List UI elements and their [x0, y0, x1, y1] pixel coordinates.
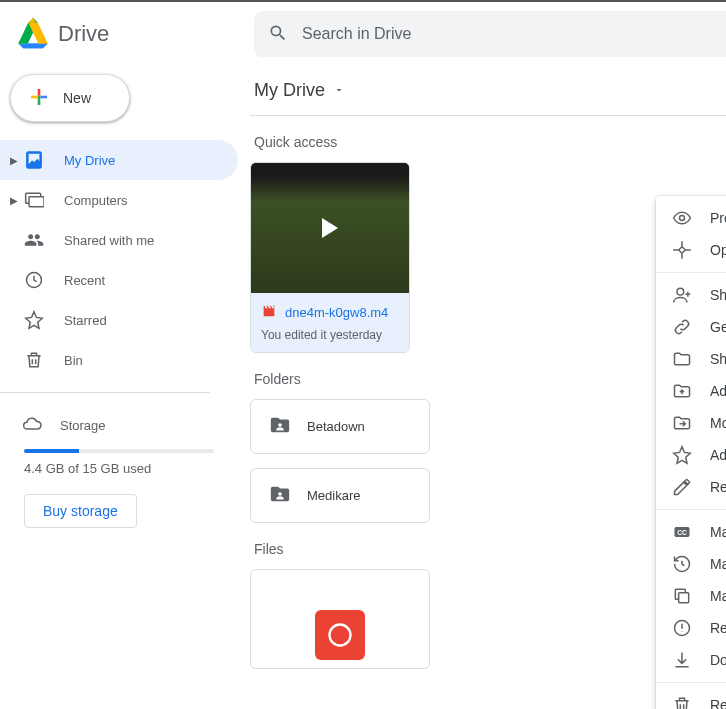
- report-icon: [672, 618, 692, 638]
- computers-icon: [22, 190, 46, 210]
- folder-item[interactable]: Betadown: [250, 399, 430, 454]
- menu-item-label: Rename: [710, 479, 726, 495]
- cc-icon: CC: [672, 522, 692, 542]
- menu-item-label: Add to Starred: [710, 447, 726, 463]
- nav: ▶ My Drive ▶ Computers Shared with me: [0, 140, 238, 380]
- new-button-label: New: [63, 90, 91, 106]
- dropdown-icon: [333, 80, 345, 101]
- menu-item-manage-caption-tracks[interactable]: CCManage caption tracks: [656, 516, 726, 548]
- menu-item-label: Download: [710, 652, 726, 668]
- svg-point-3: [278, 423, 282, 427]
- svg-point-5: [330, 625, 351, 646]
- svg-text:CC: CC: [677, 529, 687, 536]
- menu-item-open-with[interactable]: Open with: [656, 234, 726, 266]
- star-icon: [672, 445, 692, 465]
- sidebar: New ▶ My Drive ▶ Computers: [0, 66, 238, 669]
- menu-item-label: Share: [710, 287, 726, 303]
- menu-item-label: Report abuse: [710, 620, 726, 636]
- menu-item-label: Get link: [710, 319, 726, 335]
- shortcut-icon: [672, 381, 692, 401]
- menu-item-label: Move to: [710, 415, 726, 431]
- nav-label: Shared with me: [64, 233, 154, 248]
- sidebar-item-computers[interactable]: ▶ Computers: [0, 180, 238, 220]
- menu-item-remove[interactable]: Remove: [656, 689, 726, 709]
- video-file-icon: [261, 303, 277, 322]
- context-menu: PreviewOpen withShareGet linkShow file l…: [656, 196, 726, 709]
- storage-used-text: 4.4 GB of 15 GB used: [24, 461, 238, 476]
- svg-rect-11: [679, 593, 689, 603]
- trash-icon: [22, 350, 46, 370]
- nav-label: Starred: [64, 313, 107, 328]
- sidebar-item-recent[interactable]: Recent: [0, 260, 238, 300]
- menu-item-download[interactable]: Download: [656, 644, 726, 676]
- download-icon: [672, 650, 692, 670]
- sidebar-item-starred[interactable]: Starred: [0, 300, 238, 340]
- caret-right-icon: ▶: [10, 195, 22, 206]
- cloud-icon: [22, 414, 42, 437]
- svg-point-4: [278, 492, 282, 496]
- logo-area[interactable]: Drive: [16, 16, 254, 53]
- file-card[interactable]: [250, 569, 430, 669]
- svg-rect-1: [29, 197, 44, 207]
- nav-label: My Drive: [64, 153, 115, 168]
- divider: [0, 392, 210, 393]
- personadd-icon: [672, 285, 692, 305]
- folder-name: Medikare: [307, 488, 360, 503]
- location-breadcrumb[interactable]: My Drive: [250, 76, 726, 116]
- menu-item-label: Manage versions: [710, 556, 726, 572]
- folder-shared-icon: [269, 483, 291, 508]
- menu-item-move-to[interactable]: Move to: [656, 407, 726, 439]
- search-icon: [268, 23, 288, 46]
- menu-item-label: Add a shortcut to Drive: [710, 383, 726, 399]
- sidebar-item-bin[interactable]: Bin: [0, 340, 238, 380]
- svg-point-7: [677, 288, 684, 295]
- play-icon: [322, 218, 338, 238]
- quick-access-card[interactable]: dne4m-k0gw8.m4 You edited it yesterday: [250, 162, 410, 353]
- quick-file-subtitle: You edited it yesterday: [261, 328, 399, 342]
- eye-icon: [672, 208, 692, 228]
- menu-item-add-a-shortcut-to-drive[interactable]: Add a shortcut to Drive: [656, 375, 726, 407]
- nav-label: Bin: [64, 353, 83, 368]
- folder-name: Betadown: [307, 419, 365, 434]
- sidebar-item-my-drive[interactable]: ▶ My Drive: [0, 140, 238, 180]
- menu-item-get-link[interactable]: Get link: [656, 311, 726, 343]
- folder-shared-icon: [269, 414, 291, 439]
- menu-item-share[interactable]: Share: [656, 279, 726, 311]
- menu-item-report-abuse[interactable]: Report abuse: [656, 612, 726, 644]
- new-button[interactable]: New: [10, 74, 130, 122]
- plus-icon: [27, 85, 51, 112]
- menu-item-add-to-starred[interactable]: Add to Starred: [656, 439, 726, 471]
- menu-item-show-file-location[interactable]: Show file location: [656, 343, 726, 375]
- menu-item-rename[interactable]: Rename: [656, 471, 726, 503]
- versions-icon: [672, 554, 692, 574]
- trash-icon: [672, 695, 692, 709]
- link-icon: [672, 317, 692, 337]
- rename-icon: [672, 477, 692, 497]
- svg-point-6: [680, 216, 685, 221]
- menu-item-make-a-copy[interactable]: Make a copy: [656, 580, 726, 612]
- sidebar-item-storage[interactable]: Storage: [0, 405, 238, 445]
- menu-separator: [656, 272, 726, 273]
- buy-storage-button[interactable]: Buy storage: [24, 494, 137, 528]
- quick-file-name: dne4m-k0gw8.m4: [285, 305, 388, 320]
- menu-item-label: Preview: [710, 210, 726, 226]
- search-bar[interactable]: [254, 11, 726, 57]
- menu-item-label: Remove: [710, 697, 726, 709]
- menu-item-preview[interactable]: Preview: [656, 202, 726, 234]
- location-label: My Drive: [254, 80, 325, 101]
- star-icon: [22, 310, 46, 330]
- openwith-icon: [672, 240, 692, 260]
- section-quick-title: Quick access: [254, 134, 726, 150]
- menu-item-manage-versions[interactable]: Manage versions: [656, 548, 726, 580]
- storage-label: Storage: [60, 418, 106, 433]
- drive-logo-icon: [16, 16, 50, 53]
- moveto-icon: [672, 413, 692, 433]
- menu-item-label: Manage caption tracks: [710, 524, 726, 540]
- folder-item[interactable]: Medikare: [250, 468, 430, 523]
- nav-label: Computers: [64, 193, 128, 208]
- app-name: Drive: [58, 21, 109, 47]
- search-input[interactable]: [302, 25, 712, 43]
- sidebar-item-shared[interactable]: Shared with me: [0, 220, 238, 260]
- my-drive-icon: [22, 150, 46, 170]
- clock-icon: [22, 270, 46, 290]
